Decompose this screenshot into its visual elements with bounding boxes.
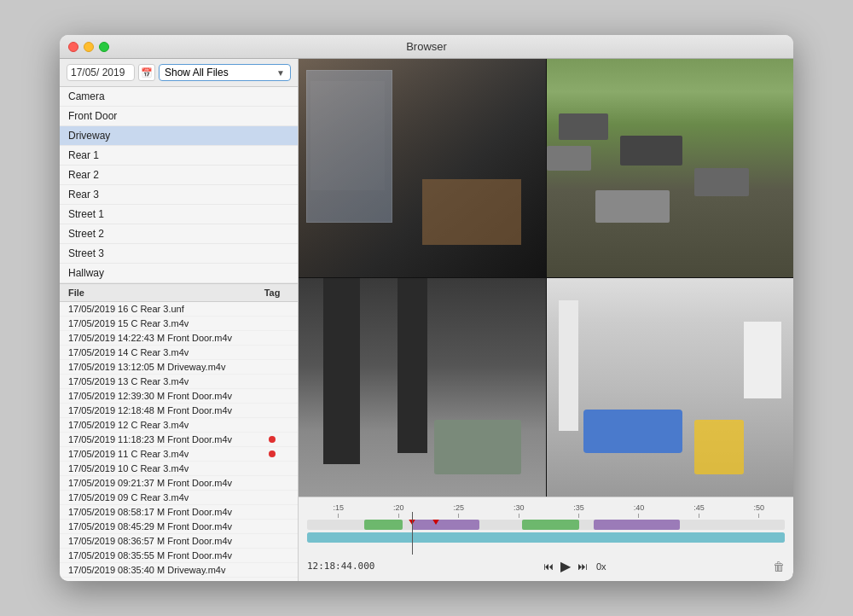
main-window: Browser 📅 Show All Files ▼ CameraFront D… [60, 35, 793, 581]
maximize-button[interactable] [99, 42, 109, 52]
time-display: 12:18:44.000 [307, 561, 374, 572]
file-name: 17/05/2019 08:31:26 M Front Door.m4v [68, 579, 255, 581]
camera-item-rear2[interactable]: Rear 2 [60, 166, 298, 185]
file-item[interactable]: 17/05/2019 08:35:40 M Driveway.m4v [60, 563, 298, 578]
file-name: 17/05/2019 15 C Rear 3.m4v [68, 318, 255, 328]
file-name: 17/05/2019 08:45:29 M Front Door.m4v [68, 521, 255, 532]
controls-bar: 12:18:44.000 ⏮ ▶ ⏭ 0x 🗑 [299, 551, 793, 581]
camera-item-front-door[interactable]: Front Door [60, 107, 298, 126]
file-name: 17/05/2019 09:21:37 M Front Door.m4v [68, 478, 255, 488]
ruler-tick: :15 [334, 503, 345, 518]
file-name: 17/05/2019 13 C Rear 3.m4v [68, 376, 255, 386]
track-row-1[interactable] [307, 520, 785, 530]
camera-item-street1[interactable]: Street 1 [60, 205, 298, 224]
traffic-lights [68, 42, 109, 52]
file-item[interactable]: 17/05/2019 08:36:57 M Front Door.m4v [60, 534, 298, 549]
file-item[interactable]: 17/05/2019 16 C Rear 3.unf [60, 302, 298, 317]
tag-column-header: Tag [255, 288, 289, 298]
ruler-line [699, 514, 699, 518]
ruler-tick: :20 [393, 503, 404, 518]
ruler-tick: :30 [514, 503, 525, 518]
cam-top-left [299, 59, 546, 277]
file-name: 17/05/2019 10 C Rear 3.m4v [68, 463, 255, 474]
timeline-tracks [299, 518, 793, 544]
file-name: 17/05/2019 13:12:05 M Driveway.m4v [68, 362, 255, 372]
camera-item-hallway[interactable]: Hallway [60, 264, 298, 283]
camera-item-camera[interactable]: Camera [60, 87, 298, 107]
calendar-icon[interactable]: 📅 [138, 64, 155, 81]
fast-forward-button[interactable]: ⏭ [576, 559, 589, 574]
ruler-label: :15 [334, 503, 345, 512]
file-item[interactable]: 17/05/2019 12:39:30 M Front Door.m4v [60, 389, 298, 404]
file-name: 17/05/2019 09 C Rear 3.m4v [68, 492, 255, 503]
ruler-line [758, 514, 759, 518]
camera-item-driveway[interactable]: Driveway [60, 126, 298, 146]
ruler-label: :45 [693, 503, 705, 512]
file-list-scroll[interactable]: 17/05/2019 16 C Rear 3.unf17/05/2019 15 … [60, 302, 298, 581]
play-button[interactable]: ▶ [559, 556, 572, 576]
camera-item-rear3[interactable]: Rear 3 [60, 185, 298, 205]
camera-list: CameraFront DoorDrivewayRear 1Rear 2Rear… [60, 87, 298, 284]
cam-bottom-right [547, 278, 794, 497]
file-item[interactable]: 17/05/2019 10 C Rear 3.m4v [60, 462, 298, 476]
track-row-2[interactable] [307, 532, 785, 543]
file-name: 17/05/2019 08:36:57 M Front Door.m4v [68, 536, 255, 546]
ruler-line [638, 514, 639, 518]
file-item[interactable]: 17/05/2019 08:35:55 M Front Door.m4v [60, 549, 298, 563]
file-item[interactable]: 17/05/2019 08:58:17 M Front Door.m4v [60, 505, 298, 520]
tag-dot-icon [269, 450, 276, 457]
file-item[interactable]: 17/05/2019 11 C Rear 3.m4v [60, 447, 298, 462]
file-item[interactable]: 17/05/2019 09:21:37 M Front Door.m4v [60, 476, 298, 491]
file-item[interactable]: 17/05/2019 14:22:43 M Front Door.m4v [60, 331, 298, 346]
right-panel: :15:20:25:30:35:40:45:50 [299, 59, 793, 581]
file-item[interactable]: 17/05/2019 11:18:23 M Front Door.m4v [60, 433, 298, 447]
window-title: Browser [406, 40, 447, 53]
ruler-tick: :40 [634, 503, 645, 518]
chevron-down-icon: ▼ [276, 68, 285, 78]
show-files-dropdown[interactable]: Show All Files ▼ [159, 64, 291, 81]
file-item[interactable]: 17/05/2019 12 C Rear 3.m4v [60, 418, 298, 433]
ruler-label: :50 [754, 503, 765, 512]
ruler-line [338, 514, 339, 518]
ruler-tick: :35 [573, 503, 584, 518]
minimize-button[interactable] [84, 42, 94, 52]
file-item[interactable]: 17/05/2019 13:12:05 M Driveway.m4v [60, 360, 298, 375]
date-input[interactable] [67, 64, 135, 81]
file-tag [255, 450, 289, 457]
file-name: 17/05/2019 14 C Rear 3.m4v [68, 347, 255, 357]
timeline-section: :15:20:25:30:35:40:45:50 [299, 497, 793, 581]
ruler-label: :25 [453, 503, 464, 512]
file-column-header: File [68, 288, 255, 298]
file-item[interactable]: 17/05/2019 12:18:48 M Front Door.m4v [60, 404, 298, 418]
titlebar: Browser [60, 35, 793, 59]
tag-dot-icon [269, 436, 276, 443]
file-item[interactable]: 17/05/2019 08:31:26 M Front Door.m4v [60, 578, 298, 581]
toolbar: 📅 Show All Files ▼ [60, 59, 298, 87]
file-item[interactable]: 17/05/2019 14 C Rear 3.m4v [60, 346, 298, 360]
ruler-label: :35 [573, 503, 584, 512]
ruler-tick: :45 [693, 503, 705, 518]
file-name: 17/05/2019 08:58:17 M Front Door.m4v [68, 507, 255, 517]
trash-button[interactable]: 🗑 [773, 560, 785, 573]
ruler-line [519, 514, 519, 518]
file-item[interactable]: 17/05/2019 09 C Rear 3.m4v [60, 491, 298, 505]
ruler-label: :40 [634, 503, 645, 512]
ruler-line [458, 514, 459, 518]
file-list-header: File Tag [60, 284, 298, 302]
close-button[interactable] [68, 42, 78, 52]
file-item[interactable]: 17/05/2019 08:45:29 M Front Door.m4v [60, 520, 298, 534]
ruler-line [578, 514, 579, 518]
camera-item-rear1[interactable]: Rear 1 [60, 146, 298, 166]
playback-controls: ⏮ ▶ ⏭ 0x [542, 556, 606, 576]
main-content: 📅 Show All Files ▼ CameraFront DoorDrive… [60, 59, 793, 581]
file-item[interactable]: 17/05/2019 15 C Rear 3.m4v [60, 317, 298, 331]
ruler-tick: :25 [453, 503, 464, 518]
timeline-ruler: :15:20:25:30:35:40:45:50 [299, 501, 793, 518]
ruler-label: :20 [393, 503, 404, 512]
cam-top-right [547, 59, 794, 277]
camera-item-street3[interactable]: Street 3 [60, 244, 298, 264]
file-item[interactable]: 17/05/2019 13 C Rear 3.m4v [60, 375, 298, 389]
camera-item-street2[interactable]: Street 2 [60, 224, 298, 244]
ruler-tick: :50 [754, 503, 765, 518]
rewind-button[interactable]: ⏮ [542, 559, 555, 574]
